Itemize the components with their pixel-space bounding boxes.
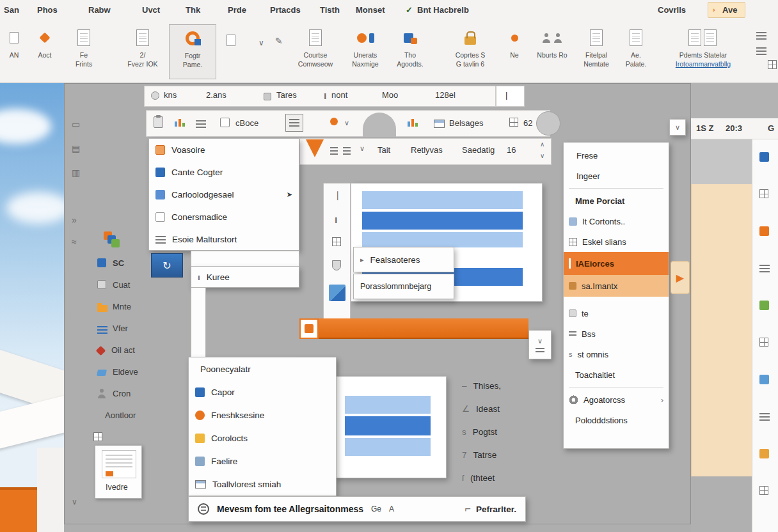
- right-menu-eskel-slians[interactable]: Eskel slians: [564, 231, 669, 252]
- box-icon[interactable]: [220, 118, 230, 130]
- ribbon-group-unerats[interactable]: UneratsNaxmige: [343, 24, 388, 79]
- panel-icon[interactable]: [759, 449, 769, 461]
- right-menu-toachaitiet[interactable]: Toachaitiet: [564, 364, 669, 385]
- doc-cols-icon[interactable]: ▥: [72, 168, 80, 178]
- right-menu-iaeiorces-selected[interactable]: IAEiorces: [564, 252, 669, 275]
- quick-item[interactable]: kns: [164, 90, 177, 100]
- context-item-tatrse[interactable]: 7 Tatrse: [459, 443, 530, 466]
- menu-item-esoie[interactable]: Esoie Malturstort: [149, 228, 299, 251]
- tab-rabw[interactable]: Rabw: [88, 5, 111, 15]
- align-icon[interactable]: [330, 146, 338, 157]
- window-icon[interactable]: [434, 119, 445, 130]
- chevron-up-icon[interactable]: ∧: [540, 141, 544, 148]
- right-menu-bss[interactable]: Bss: [564, 324, 669, 344]
- panel-icon[interactable]: [759, 263, 770, 275]
- ribbon-group-an[interactable]: AN: [1, 24, 27, 79]
- quick-item[interactable]: nont: [331, 90, 347, 100]
- grid-icon[interactable]: [93, 432, 102, 444]
- ribbon-group-aoct[interactable]: Aoct: [28, 24, 61, 79]
- mini-menu-1[interactable]: ▸ Fealsaoteres: [353, 247, 454, 272]
- panel-icon[interactable]: [759, 301, 769, 313]
- menu-item-voasoire[interactable]: Voasoire: [149, 139, 299, 161]
- format-item-retlyvas[interactable]: Retlyvas: [411, 145, 443, 155]
- tab-bnt-hacbrelb[interactable]: Bnt Hacbrelb: [417, 5, 469, 15]
- ribbon-group-courtse[interactable]: CourtseComwseow: [289, 24, 342, 79]
- top-chevron-box[interactable]: ∨: [669, 119, 686, 136]
- chevron-down-icon[interactable]: ∨: [72, 497, 77, 506]
- panel-icon[interactable]: [759, 226, 769, 239]
- forward-icon[interactable]: »: [72, 215, 77, 225]
- panel-icon[interactable]: [759, 338, 768, 349]
- right-menu-agoatorcss[interactable]: Agoatorcss ›: [564, 389, 669, 410]
- paint-icon[interactable]: [330, 116, 338, 128]
- link-caption[interactable]: Irotoammanvatbllg: [676, 60, 731, 68]
- tab-phos[interactable]: Phos: [37, 5, 58, 15]
- right-menu-frese[interactable]: Frese: [564, 145, 669, 166]
- sidebar-item-aontloor[interactable]: Aontloor: [105, 411, 136, 420]
- quick-item[interactable]: 2.ans: [206, 90, 226, 100]
- ribbon-group-pdemts[interactable]: ✓ Pdemts Statelar Irotoammanvatbllg: [656, 24, 750, 79]
- chevron-down-icon[interactable]: ∨: [258, 38, 264, 47]
- ribbon-group-fitelpal[interactable]: FitelpalNemtate: [577, 24, 615, 79]
- sidebar-item-sc[interactable]: SC: [113, 258, 124, 268]
- chevron-down-icon[interactable]: ∨: [344, 119, 349, 127]
- menu-item-corolocts[interactable]: Corolocts: [189, 426, 336, 450]
- chevron-down-icon[interactable]: ∨: [540, 152, 544, 159]
- toolbar-label-boce[interactable]: cBoce: [235, 118, 258, 128]
- panel-icon[interactable]: [759, 412, 770, 423]
- selected-tool-button[interactable]: [285, 114, 303, 132]
- tab-san[interactable]: San: [4, 5, 19, 15]
- panel-icon[interactable]: [759, 152, 769, 164]
- tab-prtacds[interactable]: Prtacds: [270, 5, 301, 15]
- tab-uvct[interactable]: Uvct: [142, 5, 160, 15]
- menu-item-carloolodgesael[interactable]: Carloolodgesael ➤: [149, 184, 299, 206]
- menu-item-fneshksesine[interactable]: Fneshksesine: [189, 403, 336, 426]
- kuree-item[interactable]: ı Kuree: [191, 266, 299, 288]
- chart-icon[interactable]: [407, 118, 418, 129]
- sidebar-item-cuat[interactable]: Cuat: [113, 280, 130, 290]
- sidebar-item-mnte[interactable]: Mnte: [113, 302, 131, 311]
- format-item-saedatig[interactable]: Saedatig: [462, 145, 495, 155]
- quick-item[interactable]: Moo: [382, 90, 398, 100]
- ribbon-group-ae-palate[interactable]: Ae.Palate.: [618, 24, 654, 79]
- mini-menu-2[interactable]: Porasslommnbejarg: [353, 274, 454, 299]
- right-menu-it-cortonts[interactable]: It Cortonts..: [564, 211, 669, 231]
- sidebar-item-eldeve[interactable]: Eldeve: [113, 367, 138, 377]
- chart-icon[interactable]: [174, 118, 186, 129]
- list-icon[interactable]: [756, 46, 766, 58]
- context-item-thises[interactable]: – Thises,: [459, 374, 530, 397]
- refresh-tile[interactable]: ↻: [151, 253, 183, 278]
- waves-icon[interactable]: ≈: [72, 237, 77, 247]
- grid-icon[interactable]: [768, 60, 777, 72]
- info-icon[interactable]: ı: [335, 214, 337, 226]
- paste-icon[interactable]: [154, 116, 163, 130]
- thumbnail-card[interactable]: Ivedre: [95, 445, 142, 499]
- ribbon-group-fvezr[interactable]: 2/Fvezr IOK: [119, 24, 166, 79]
- right-menu-te[interactable]: te: [564, 303, 669, 324]
- right-menu-st-omnis[interactable]: s st omnis: [564, 344, 669, 364]
- orange-bar-handle[interactable]: [299, 318, 319, 339]
- panel-icon[interactable]: [759, 486, 768, 497]
- quick-item[interactable]: 128el: [435, 90, 456, 100]
- doc-lines-icon[interactable]: ▤: [72, 143, 80, 153]
- small-doc-icon[interactable]: [226, 35, 235, 49]
- right-menu-ingeer[interactable]: Ingeer: [564, 166, 669, 186]
- menu-item-capor[interactable]: Capor: [189, 380, 336, 403]
- sidebar-item-vfer[interactable]: Vfer: [113, 324, 128, 333]
- toolbar-label-belsages[interactable]: Belsages: [449, 118, 483, 128]
- ribbon-group-tho[interactable]: ThoAgoodts.: [389, 24, 431, 79]
- menu-item-conersmadice[interactable]: Conersmadice: [149, 206, 299, 228]
- bar-icon[interactable]: ❘: [334, 190, 342, 200]
- grid-icon[interactable]: [332, 237, 341, 249]
- ribbon-group-coprtes[interactable]: Coprtes SG tavlin 6: [440, 24, 500, 79]
- menu-item-cante-cogter[interactable]: Cante Cogter: [149, 161, 299, 184]
- right-menu-mme-porciat[interactable]: Mme Porciat: [564, 191, 669, 211]
- ribbon-group-fogtr-pame[interactable]: FogtrPame.: [169, 24, 216, 79]
- sidebar-item-oil-act[interactable]: Oil act: [111, 345, 135, 355]
- font-size-value[interactable]: 16: [507, 145, 516, 155]
- panel-icon[interactable]: [759, 375, 769, 387]
- list-icon[interactable]: [756, 31, 766, 42]
- menu-item-poonecyalatr[interactable]: Poonecyalatr: [189, 357, 336, 380]
- ribbon-group-fe-frints[interactable]: FeFrints: [64, 24, 104, 79]
- context-item-ideast[interactable]: ∠ Ideast: [459, 397, 530, 420]
